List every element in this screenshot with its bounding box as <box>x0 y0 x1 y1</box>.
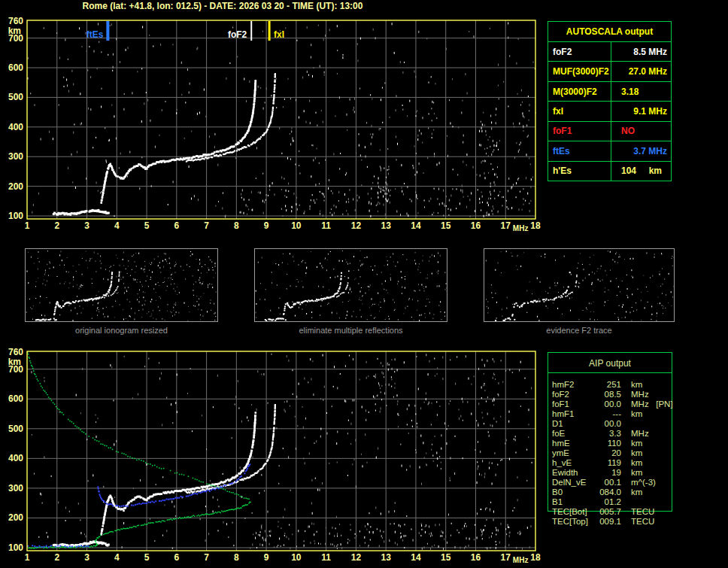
aip-unit: MHz <box>631 390 649 399</box>
svg-text:2: 2 <box>54 220 59 231</box>
aip-label: foF1 <box>552 399 594 409</box>
aip-row-ymE: ymE20km <box>552 448 680 458</box>
axis-labels: 760700600500400300200100km12345678910111… <box>8 16 541 232</box>
marker-label-fxI: fxI <box>274 29 284 40</box>
panel-border <box>26 249 218 322</box>
aip-row-D1: D100.0 <box>552 419 680 429</box>
svg-text:16: 16 <box>471 552 481 563</box>
aip-row-B0: B0084.0km <box>552 488 680 497</box>
autoscala-row-foF2: foF28.5 MHz <box>548 42 671 62</box>
aip-label: hmF1 <box>552 409 594 419</box>
aip-row-foF2: foF208.5MHz <box>552 390 680 399</box>
aip-value: 01.2 <box>594 497 621 507</box>
aip-value: 084.0 <box>594 488 621 497</box>
ionogram-traces <box>53 404 276 548</box>
autoscala-row-M(3000)F2: M(3000)F23.18 <box>548 82 671 102</box>
svg-text:14: 14 <box>411 552 421 563</box>
panel-caption-evidence: evidence F2 trace <box>484 326 675 335</box>
aip-row-foF1: foF100.0MHz [PN] <box>552 399 680 409</box>
aip-unit: TECU <box>631 507 654 517</box>
autoscala-label: foF1 <box>548 122 611 141</box>
svg-text:18: 18 <box>530 552 541 563</box>
aip-unit: km <box>631 380 642 390</box>
svg-text:6: 6 <box>174 220 179 231</box>
aip-unit: km <box>631 458 642 468</box>
svg-text:500: 500 <box>8 92 23 102</box>
aip-label: foE <box>552 429 594 439</box>
svg-text:400: 400 <box>8 122 23 132</box>
svg-text:7: 7 <box>204 220 209 231</box>
autoscala-row-MUF(3000)F2: MUF(3000)F227.0 MHz <box>548 62 671 81</box>
svg-text:13: 13 <box>381 220 391 231</box>
aip-unit: km <box>631 439 642 448</box>
aip-value: 19 <box>594 468 621 478</box>
svg-text:100: 100 <box>8 211 23 221</box>
aip-value: 251 <box>594 380 621 390</box>
svg-text:8: 8 <box>234 220 239 231</box>
aip-row-DelN_vE: DelN_vE00.1m^(-3) <box>552 478 680 488</box>
marker-label-ftEs: ftEs <box>86 29 104 40</box>
svg-text:600: 600 <box>8 393 23 404</box>
aip-value: 110 <box>594 439 621 448</box>
aip-label: D1 <box>552 419 594 429</box>
aip-value: 00.0 <box>594 419 621 429</box>
svg-text:15: 15 <box>441 552 451 563</box>
svg-text:11: 11 <box>321 220 331 231</box>
aip-unit: MHz <box>631 429 649 439</box>
svg-text:3: 3 <box>84 552 89 563</box>
aip-value: 20 <box>594 448 621 458</box>
svg-text:18: 18 <box>530 220 541 231</box>
svg-text:km: km <box>8 26 21 36</box>
panel-caption-eliminate: eliminate multiple reflections <box>254 326 447 335</box>
page-root: { "title": "Rome (lat: +41.8, lon: 012.5… <box>0 0 728 568</box>
autoscala-value: 9.1 MHz <box>611 102 671 120</box>
svg-text:12: 12 <box>351 552 362 563</box>
autoscala-label: MUF(3000)F2 <box>548 62 611 80</box>
aip-value: 009.1 <box>594 517 621 527</box>
aip-value: 005.7 <box>594 507 621 517</box>
autoscala-row-foF1: foF1NO <box>548 122 671 141</box>
autoscala-value: NO <box>611 122 671 141</box>
panel-eliminate-reflections <box>254 248 447 322</box>
aip-value: 00.1 <box>594 478 621 488</box>
aip-unit: km <box>631 448 642 458</box>
autoscala-label: ftEs <box>548 141 611 160</box>
svg-text:760: 760 <box>8 16 23 26</box>
autoscala-value: 3.7 MHz <box>611 141 671 160</box>
aip-row-TEC[Bot]: TEC[Bot]005.7TECU <box>552 507 680 517</box>
aip-value: 08.5 <box>594 390 621 399</box>
svg-text:500: 500 <box>8 424 23 434</box>
svg-text:300: 300 <box>8 483 23 494</box>
aip-value: 3.3 <box>594 429 621 439</box>
aip-row-hmF1: hmF1---km <box>552 409 680 419</box>
aip-unit: km <box>631 488 642 497</box>
svg-text:9: 9 <box>264 552 269 563</box>
axis-labels: 760700600500400300200100km12345678910111… <box>8 347 541 564</box>
autoscala-label: h'Es <box>548 162 611 181</box>
panel-original-ionogram <box>25 248 218 322</box>
aip-label: hmF2 <box>552 380 594 390</box>
svg-text:8: 8 <box>234 552 239 563</box>
autoscala-label: M(3000)F2 <box>548 82 611 101</box>
svg-text:km: km <box>8 357 21 367</box>
ionogram-traces <box>53 73 276 216</box>
aip-row-TEC[Top]: TEC[Top]009.1TECU <box>552 517 680 527</box>
aip-label: h_vE <box>552 458 594 468</box>
aip-value: 119 <box>594 458 621 468</box>
svg-text:400: 400 <box>8 453 23 463</box>
svg-text:15: 15 <box>441 220 451 231</box>
aip-unit: MHz [PN] <box>631 399 673 409</box>
aip-unit: TECU <box>631 517 654 527</box>
svg-text:11: 11 <box>321 552 331 563</box>
svg-text:17: 17 <box>501 220 511 231</box>
autoscala-value: 104 km <box>611 162 671 181</box>
svg-text:4: 4 <box>114 220 120 231</box>
svg-text:1: 1 <box>25 552 30 563</box>
svg-text:5: 5 <box>144 552 150 563</box>
panel-caption-original: original ionogram resized <box>25 326 218 335</box>
svg-text:5: 5 <box>144 220 150 231</box>
aip-value: --- <box>594 409 621 419</box>
autoscala-row-fxI: fxI9.1 MHz <box>548 102 671 121</box>
svg-text:200: 200 <box>8 512 23 523</box>
aip-unit: km <box>631 468 642 478</box>
